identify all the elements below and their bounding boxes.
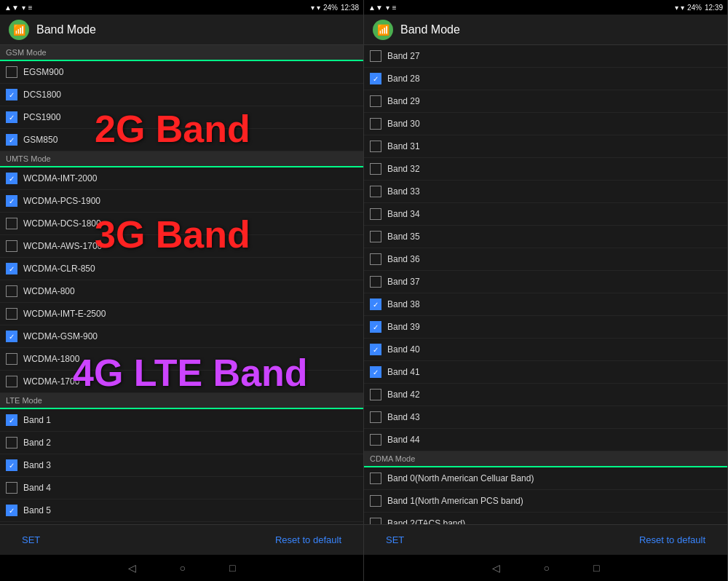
list-item[interactable]: Band 0(North American Celluar Band) xyxy=(364,467,727,490)
item-band4: Band 4 xyxy=(23,483,51,493)
list-item[interactable]: PCS1900 xyxy=(0,106,363,129)
list-item[interactable]: Band 34 xyxy=(364,203,727,226)
checkbox-band43[interactable] xyxy=(370,411,381,423)
list-item[interactable]: WCDMA-CLR-850 xyxy=(0,258,363,280)
checkbox-band44[interactable] xyxy=(370,434,381,446)
checkbox-band30[interactable] xyxy=(370,118,381,130)
list-item[interactable]: Band 32 xyxy=(364,158,727,181)
checkbox-band42[interactable] xyxy=(370,389,381,400)
item-pcs1900: PCS1900 xyxy=(23,112,60,122)
list-item[interactable]: Band 28 xyxy=(364,68,727,90)
checkbox-band28[interactable] xyxy=(370,73,381,84)
list-item[interactable]: Band 1(North American PCS band) xyxy=(364,490,727,513)
recent-button-right[interactable]: □ xyxy=(593,562,599,574)
list-item[interactable]: WCDMA-IMT-2000 xyxy=(0,167,363,190)
scroll-right[interactable]: Band 27 Band 28 Band 29 Band 30 Band 31 xyxy=(364,45,727,524)
list-item[interactable]: Band 33 xyxy=(364,181,727,203)
checkbox-wcdma-pcs1900[interactable] xyxy=(6,195,17,207)
list-item[interactable]: Band 37 xyxy=(364,271,727,293)
set-button-right[interactable]: SET xyxy=(379,530,411,550)
item-wcdma-gsm900: WCDMA-GSM-900 xyxy=(23,331,98,341)
reset-button-left[interactable]: Reset to default xyxy=(268,530,349,550)
list-item[interactable]: Band 36 xyxy=(364,248,727,271)
checkbox-band5[interactable] xyxy=(6,505,17,516)
checkbox-band27[interactable] xyxy=(370,50,381,62)
list-item[interactable]: Band 2 xyxy=(0,432,363,454)
list-item[interactable]: Band 31 xyxy=(364,135,727,158)
list-item[interactable]: WCDMA-AWS-1700 xyxy=(0,235,363,258)
list-item[interactable]: WCDMA-1800 xyxy=(0,348,363,371)
checkbox-band29[interactable] xyxy=(370,95,381,107)
list-item[interactable]: Band 5 xyxy=(0,499,363,522)
scroll-left[interactable]: GSM Mode EGSM900 DCS1800 PCS1900 GSM850 xyxy=(0,45,363,524)
checkbox-egsm900[interactable] xyxy=(6,66,17,78)
checkbox-band39[interactable] xyxy=(370,321,381,333)
list-item[interactable]: Band 4 xyxy=(0,477,363,499)
list-item[interactable]: Band 6 xyxy=(0,522,363,524)
checkbox-wcdma-1700[interactable] xyxy=(6,376,17,387)
checkbox-wcdma-aws1700[interactable] xyxy=(6,240,17,252)
list-item[interactable]: GSM850 xyxy=(0,129,363,151)
list-item[interactable]: Band 43 xyxy=(364,406,727,429)
list-item[interactable]: WCDMA-GSM-900 xyxy=(0,325,363,348)
battery-text-left: 24% xyxy=(323,4,338,12)
list-item[interactable]: DCS1800 xyxy=(0,84,363,106)
checkbox-band38[interactable] xyxy=(370,299,381,310)
home-button-left[interactable]: ○ xyxy=(180,562,186,574)
list-item[interactable]: Band 40 xyxy=(364,339,727,361)
checkbox-band40[interactable] xyxy=(370,344,381,355)
list-item[interactable]: WCDMA-DCS-1800 xyxy=(0,213,363,235)
checkbox-wcdma-imt2000[interactable] xyxy=(6,173,17,184)
list-item[interactable]: WCDMA-IMT-E-2500 xyxy=(0,303,363,325)
list-item[interactable]: Band 1 xyxy=(0,409,363,432)
back-button-left[interactable]: ◁ xyxy=(128,562,136,574)
list-item[interactable]: Band 3 xyxy=(0,454,363,477)
list-item[interactable]: WCDMA-800 xyxy=(0,280,363,303)
checkbox-band2[interactable] xyxy=(6,437,17,448)
checkbox-wcdma-1800[interactable] xyxy=(6,353,17,365)
set-button-left[interactable]: SET xyxy=(15,530,47,550)
checkbox-gsm850[interactable] xyxy=(6,134,17,146)
checkbox-cdma-band2[interactable] xyxy=(370,518,381,524)
checkbox-band31[interactable] xyxy=(370,141,381,152)
item-band42: Band 42 xyxy=(387,390,420,400)
list-item[interactable]: Band 44 xyxy=(364,429,727,451)
list-item[interactable]: Band 41 xyxy=(364,361,727,384)
list-item[interactable]: Band 30 xyxy=(364,113,727,135)
checkbox-cdma-band1[interactable] xyxy=(370,495,381,507)
list-item[interactable]: Band 35 xyxy=(364,226,727,248)
list-item[interactable]: Band 39 xyxy=(364,316,727,339)
recent-button-left[interactable]: □ xyxy=(229,562,235,574)
list-item[interactable]: EGSM900 xyxy=(0,61,363,84)
checkbox-band32[interactable] xyxy=(370,163,381,175)
checkbox-band34[interactable] xyxy=(370,208,381,220)
list-item[interactable]: Band 27 xyxy=(364,45,727,68)
screen-right: ▲▼ ▾ ≡ ▾ ▾ 24% 12:39 📶 Band Mode 4G LTE … xyxy=(364,0,728,581)
list-item[interactable]: WCDMA-1700 xyxy=(0,371,363,393)
checkbox-pcs1900[interactable] xyxy=(6,111,17,123)
list-item[interactable]: Band 42 xyxy=(364,384,727,406)
checkbox-band41[interactable] xyxy=(370,366,381,378)
checkbox-wcdma-gsm900[interactable] xyxy=(6,331,17,342)
checkbox-band4[interactable] xyxy=(6,482,17,494)
list-item[interactable]: Band 38 xyxy=(364,293,727,316)
checkbox-wcdma-dcs1800[interactable] xyxy=(6,218,17,229)
checkbox-band37[interactable] xyxy=(370,276,381,288)
checkbox-band35[interactable] xyxy=(370,231,381,242)
list-item[interactable]: Band 2(TACS band) xyxy=(364,513,727,524)
back-button-right[interactable]: ◁ xyxy=(492,562,500,574)
reset-button-right[interactable]: Reset to default xyxy=(632,530,713,550)
checkbox-dcs1800[interactable] xyxy=(6,89,17,100)
checkbox-cdma-band0[interactable] xyxy=(370,473,381,484)
checkbox-band1[interactable] xyxy=(6,414,17,426)
nav-bar-left: ◁ ○ □ xyxy=(0,555,363,581)
home-button-right[interactable]: ○ xyxy=(544,562,550,574)
checkbox-wcdma-800[interactable] xyxy=(6,285,17,297)
checkbox-band3[interactable] xyxy=(6,459,17,471)
checkbox-band33[interactable] xyxy=(370,186,381,197)
checkbox-wcdma-clr850[interactable] xyxy=(6,263,17,274)
list-item[interactable]: Band 29 xyxy=(364,90,727,113)
checkbox-wcdma-imt-e2500[interactable] xyxy=(6,308,17,320)
checkbox-band36[interactable] xyxy=(370,253,381,265)
list-item[interactable]: WCDMA-PCS-1900 xyxy=(0,190,363,213)
